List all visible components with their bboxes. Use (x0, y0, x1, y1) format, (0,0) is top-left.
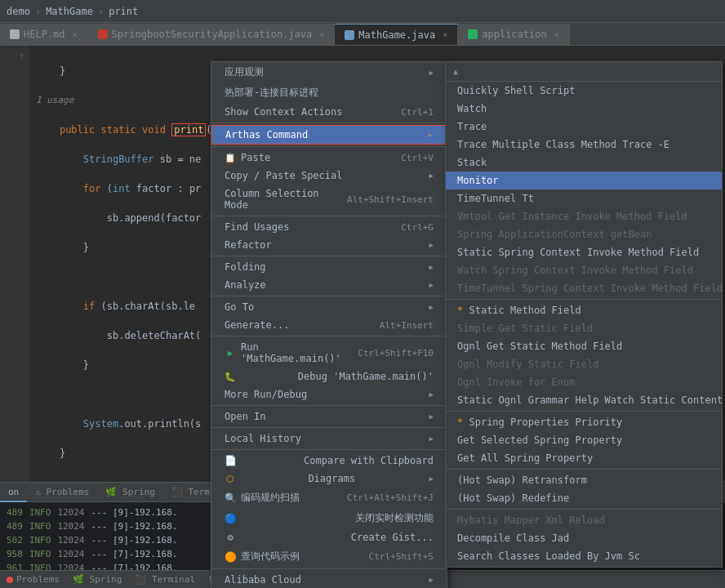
query-icon: 🟠 (225, 551, 236, 563)
am-quickly-shell[interactable]: Quickly Shell Script (446, 82, 722, 100)
cm-paste[interactable]: 📋 Paste Ctrl+V (211, 149, 447, 167)
error-dot (7, 577, 13, 583)
am-ognl-get[interactable]: Ognl Get Static Method Field (446, 337, 722, 355)
line-numbers: ↑ (0, 46, 29, 482)
footer-spring[interactable]: 🌿 Spring (73, 574, 122, 585)
tab-icon-md (10, 29, 20, 39)
sep8 (211, 427, 447, 428)
cm-rebuyu[interactable]: 热部署-连接目标进程 (211, 82, 447, 103)
sep2 (211, 146, 447, 147)
am-timetunnel[interactable]: TimeTunnel Tt (446, 189, 722, 207)
bottom-tab-on[interactable]: on (0, 483, 27, 502)
am-watch-spring: Watch Spring Context Invoke Method Field (446, 261, 722, 279)
diagram-icon: ⬡ (225, 473, 236, 484)
cm-generate[interactable]: Generate... Alt+Insert (211, 316, 447, 334)
am-search-method[interactable]: Search Method Loaded By Jvm Sm (446, 565, 722, 568)
am-trace-multiple[interactable]: Trace Multiple Class Method Trace -E (446, 136, 722, 154)
tab-mathgame[interactable]: MathGame.java × (335, 24, 458, 45)
am-stack[interactable]: Stack (446, 154, 722, 172)
clipboard-icon: 📄 (225, 455, 236, 466)
tab-close-mathgame[interactable]: × (443, 30, 447, 39)
cm-alibaba-cloud[interactable]: Alibaba Cloud (211, 571, 447, 588)
cm-goto[interactable]: Go To (211, 298, 447, 316)
tab-help[interactable]: HELP.md × (0, 24, 88, 45)
breadcrumb-file[interactable]: print (109, 6, 138, 17)
top-bar: demo › MathGame › print (0, 0, 725, 23)
scan-icon: 🔍 (225, 492, 236, 504)
footer-problems[interactable]: Problems (7, 574, 60, 585)
cm-refactor[interactable]: Refactor (211, 236, 447, 254)
am-sep2 (446, 411, 722, 412)
am-spring-context: Spring ApplicationContext getBean (446, 225, 722, 243)
tab-bar: HELP.md × SpringbootSecurityApplication.… (0, 23, 725, 46)
breadcrumb-project[interactable]: demo (7, 6, 30, 17)
scroll-up-btn[interactable]: ▲ (449, 67, 462, 76)
am-hotswap-redefine[interactable]: (Hot Swap) Redefine (446, 489, 722, 507)
sep3 (211, 216, 447, 216)
am-timetunnel-spring: TimeTunnel Spring Context Invoke Method … (446, 279, 722, 297)
sep1 (211, 122, 447, 123)
tab-close-springboot[interactable]: × (319, 30, 324, 39)
tab-icon-app (468, 29, 478, 39)
am-monitor[interactable]: Monitor (446, 172, 722, 189)
am-get-all-spring[interactable]: Get All Spring Property (446, 449, 722, 467)
am-ognl-modify: Ognl Modify Static Field (446, 355, 722, 373)
arthas-scroll-top: ▲ (446, 62, 722, 82)
tab-springboot[interactable]: SpringbootSecurityApplication.java × (88, 24, 336, 45)
am-sep1 (446, 299, 722, 300)
cm-column-mode[interactable]: Column Selection Mode Alt+Shift+Insert (211, 185, 447, 214)
paste-icon: 📋 (225, 152, 236, 163)
sep5 (211, 296, 447, 296)
tab-icon-java (98, 29, 108, 39)
bottom-tab-problems[interactable]: ⚠ Problems (27, 483, 97, 502)
am-static-spring[interactable]: Static Spring Context Invoke Method Fiel… (446, 243, 722, 261)
am-search-classes[interactable]: Search Classes Loaded By Jvm Sc (446, 547, 722, 565)
cm-copy-paste-special[interactable]: Copy / Paste Special (211, 167, 447, 185)
am-hotswap-retransform[interactable]: (Hot Swap) Retransform (446, 471, 722, 489)
cm-more-run[interactable]: More Run/Debug (211, 385, 447, 403)
gist-icon: ⚙ (225, 532, 236, 543)
cm-folding[interactable]: Folding (211, 258, 447, 276)
arthas-submenu: ▲ Quickly Shell Script Watch Trace Trace… (445, 61, 723, 568)
cm-open-in[interactable]: Open In (211, 408, 447, 425)
am-trace[interactable]: Trace (446, 118, 722, 136)
tab-application[interactable]: application × (458, 24, 570, 45)
am-sep3 (446, 469, 722, 470)
off-icon: 🔵 (225, 513, 236, 524)
cm-arthas[interactable]: Arthas Command (211, 125, 447, 145)
sep7 (211, 405, 447, 406)
sep10 (211, 568, 447, 569)
cm-diagrams[interactable]: ⬡ Diagrams (211, 470, 447, 488)
tab-close-app[interactable]: × (554, 30, 559, 39)
footer-terminal[interactable]: ⬛ Terminal (135, 574, 195, 585)
am-decompile[interactable]: Decompile Class Jad (446, 529, 722, 547)
sep9 (211, 449, 447, 450)
cm-create-gist[interactable]: ⚙ Create Gist... (211, 528, 447, 546)
tab-icon-mathgame (345, 30, 354, 40)
cm-yingyong[interactable]: 应用观测 (211, 62, 447, 82)
sep4 (211, 256, 447, 256)
cm-debug[interactable]: 🐛 Debug 'MathGame.main()' (211, 368, 447, 385)
am-mybatis: Mybatis Mapper Xml Reload (446, 511, 722, 529)
cm-find-usages[interactable]: Find Usages Ctrl+G (211, 218, 447, 236)
cm-encode-scan[interactable]: 🔍 编码规约扫描 Ctrl+Alt+Shift+J (211, 488, 447, 508)
am-static-ognl[interactable]: Static Ognl Grammar Help Watch Static Co… (446, 391, 722, 409)
am-spring-priority[interactable]: Spring Properties Priority (446, 413, 722, 431)
cm-close-detect[interactable]: 🔵 关闭实时检测功能 (211, 508, 447, 528)
am-static-method[interactable]: Static Method Field (446, 301, 722, 319)
cm-compare-clipboard[interactable]: 📄 Compare with Clipboard (211, 452, 447, 470)
am-sep4 (446, 509, 722, 510)
cm-run[interactable]: ▶ Run 'MathGame.main()' Ctrl+Shift+F10 (211, 338, 447, 368)
cm-show-context[interactable]: Show Context Actions Ctrl+1 (211, 103, 447, 121)
cm-query-example[interactable]: 🟠 查询代码示例 Ctrl+Shift+S (211, 546, 447, 567)
am-get-selected-spring[interactable]: Get Selected Spring Property (446, 431, 722, 449)
bottom-tab-spring[interactable]: 🌿 Spring (97, 483, 162, 502)
debug-icon: 🐛 (225, 371, 236, 382)
cm-local-history[interactable]: Local History (211, 430, 447, 448)
sep6 (211, 336, 447, 336)
am-watch[interactable]: Watch (446, 100, 722, 118)
tab-close-help[interactable]: × (73, 30, 78, 39)
breadcrumb-module[interactable]: MathGame (46, 6, 93, 17)
run-icon: ▶ (225, 347, 236, 359)
cm-analyze[interactable]: Analyze (211, 276, 447, 294)
